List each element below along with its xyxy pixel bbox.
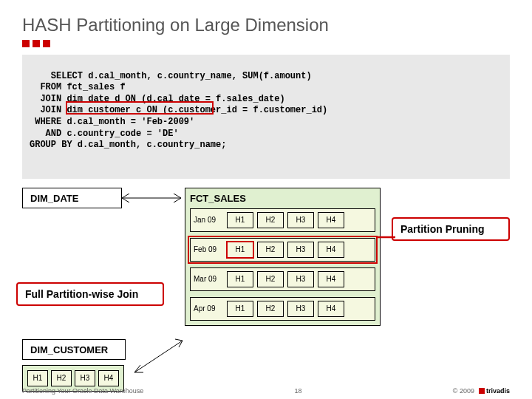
- cell: H1: [227, 212, 253, 228]
- footer-copyright: © 2009: [453, 387, 474, 395]
- hash-cell: H2: [51, 370, 72, 386]
- row-label: Feb 09: [194, 245, 223, 253]
- accent-dots: [22, 40, 510, 47]
- fct-row-mar: Mar 09 H1 H2 H3 H4: [190, 267, 375, 291]
- hash-cell: H3: [75, 370, 95, 386]
- dim-customer-box: DIM_CUSTOMER: [22, 339, 126, 360]
- cell: H4: [318, 271, 344, 287]
- pruning-connector: [377, 228, 395, 242]
- cell: H1: [227, 271, 253, 287]
- cell: H3: [287, 301, 314, 317]
- callout-partition-wise-join: Full Partition-wise Join: [16, 282, 164, 306]
- row-label: Jan 09: [194, 216, 223, 224]
- cell: H3: [287, 212, 314, 228]
- footer-left: Partitioning Your Oracle Data Warehouse: [22, 387, 143, 395]
- hash-cell: H4: [98, 370, 119, 386]
- cell: H4: [318, 212, 344, 228]
- fct-title: FCT_SALES: [190, 193, 375, 204]
- fct-row-jan: Jan 09 H1 H2 H3 H4: [190, 208, 375, 232]
- cell: H2: [257, 212, 284, 228]
- cell: H2: [257, 271, 284, 287]
- footer-right-group: © 2009 trivadis: [453, 387, 510, 395]
- cell: H4: [318, 301, 344, 317]
- fct-row-feb: Feb 09 H1 H2 H3 H4: [190, 238, 375, 262]
- cell: H4: [318, 242, 344, 258]
- fct-row-apr: Apr 09 H1 H2 H3 H4: [190, 297, 375, 321]
- slide-footer: Partitioning Your Oracle Data Warehouse …: [22, 387, 510, 395]
- sql-code-block: SELECT d.cal_month, c.country_name, SUM(…: [22, 55, 510, 179]
- diagram-area: DIM_DATE FCT_SALES Jan 09 H1 H2 H3 H4 Fe…: [22, 188, 510, 395]
- row-label: Mar 09: [194, 275, 223, 283]
- cell: H2: [257, 301, 284, 317]
- slide-title: HASH Partitioning on Large Dimension: [22, 15, 510, 35]
- arrow-dimcust-fct: [134, 337, 186, 377]
- row-label: Apr 09: [194, 304, 223, 313]
- cell: H3: [287, 271, 314, 287]
- dim-date-box: DIM_DATE: [22, 188, 122, 208]
- cell: H1: [227, 301, 253, 317]
- cell-hl: H1: [227, 242, 253, 258]
- footer-page: 18: [295, 387, 302, 395]
- svg-line-2: [134, 341, 183, 372]
- arrow-dimdate-fct: [122, 194, 185, 211]
- fct-sales-box: FCT_SALES Jan 09 H1 H2 H3 H4 Feb 09 H1 H…: [185, 188, 381, 326]
- trivadis-logo: trivadis: [479, 387, 510, 395]
- hash-cell: H1: [27, 370, 48, 386]
- cell: H3: [287, 242, 314, 258]
- callout-partition-pruning: Partition Pruning: [392, 217, 510, 241]
- cell: H2: [257, 242, 284, 258]
- sql-highlight-where: [66, 101, 214, 115]
